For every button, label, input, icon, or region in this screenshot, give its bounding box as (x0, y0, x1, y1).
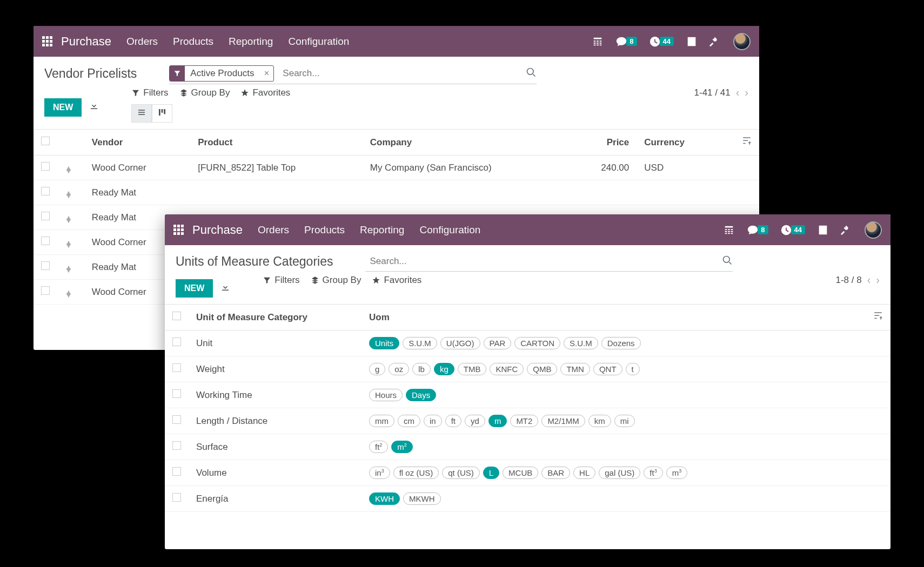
row-checkbox[interactable] (41, 212, 50, 220)
download-icon[interactable] (89, 101, 99, 113)
uom-chip[interactable]: TMN (560, 363, 590, 375)
uom-chip[interactable]: L (483, 467, 499, 479)
uom-chip[interactable]: MKWH (403, 492, 441, 505)
row-checkbox[interactable] (172, 389, 181, 398)
row-checkbox[interactable] (172, 363, 181, 372)
groupby-button[interactable]: Group By (179, 87, 230, 98)
uom-chip[interactable]: Dozens (601, 337, 641, 349)
debug-icon[interactable] (709, 36, 721, 48)
phone-icon[interactable] (723, 224, 735, 236)
uom-chip[interactable]: HL (573, 467, 595, 479)
company-icon[interactable] (686, 36, 698, 48)
table-row[interactable]: Surfaceft2m2 (165, 434, 890, 460)
drag-handle-icon[interactable]: ▲▼ (65, 241, 72, 247)
uom-chip[interactable]: cm (398, 415, 420, 427)
uom-chip[interactable]: KWH (369, 492, 400, 505)
row-checkbox[interactable] (172, 441, 181, 450)
uom-chip[interactable]: S.U.M (403, 337, 437, 349)
table-row[interactable]: Working TimeHoursDays (165, 382, 890, 408)
table-row[interactable]: Length / DistancemmcminftydmMT2M2/1MMkmm… (165, 408, 890, 434)
uom-chip[interactable]: oz (389, 363, 409, 375)
row-checkbox[interactable] (41, 261, 50, 270)
groupby-button[interactable]: Group By (311, 275, 361, 286)
col-uom[interactable]: Uom (361, 305, 854, 330)
table-row[interactable]: UnitUnitsS.U.MU(JGO)PARCARTONS.U.MDozens (165, 330, 890, 356)
uom-chip[interactable]: lb (412, 363, 431, 375)
nav-configuration[interactable]: Configuration (288, 36, 349, 48)
uom-chip[interactable]: g (369, 363, 385, 375)
uom-chip[interactable]: qt (US) (442, 467, 480, 479)
nav-orders[interactable]: Orders (126, 36, 158, 48)
uom-chip[interactable]: yd (465, 415, 485, 427)
uom-chip[interactable]: in (424, 415, 442, 427)
view-list-icon[interactable] (131, 104, 152, 123)
drag-handle-icon[interactable]: ▲▼ (65, 192, 72, 197)
uom-chip[interactable]: MCUB (503, 467, 538, 479)
col-company[interactable]: Company (363, 130, 571, 156)
search-icon[interactable] (526, 67, 537, 80)
drag-handle-icon[interactable]: ▲▼ (65, 291, 72, 296)
row-checkbox[interactable] (41, 237, 50, 245)
messages-button[interactable]: 8 (615, 36, 637, 48)
select-all-checkbox[interactable] (41, 137, 50, 145)
pager-prev[interactable]: ‹ (736, 86, 740, 99)
row-checkbox[interactable] (41, 162, 50, 171)
table-row[interactable]: EnergíaKWHMKWH (165, 486, 890, 512)
col-product[interactable]: Product (190, 130, 362, 156)
uom-chip[interactable]: Hours (369, 389, 403, 401)
search-icon[interactable] (722, 255, 733, 268)
nav-orders[interactable]: Orders (258, 224, 289, 236)
nav-reporting[interactable]: Reporting (229, 36, 273, 48)
uom-chip[interactable]: km (588, 415, 611, 427)
uom-chip[interactable]: BAR (541, 467, 570, 479)
uom-chip[interactable]: gal (US) (599, 467, 640, 479)
app-name[interactable]: Purchase (192, 223, 243, 237)
new-button[interactable]: NEW (176, 279, 213, 298)
favorites-button[interactable]: Favorites (240, 87, 290, 98)
company-icon[interactable] (817, 224, 829, 236)
app-name[interactable]: Purchase (61, 35, 111, 49)
uom-chip[interactable]: mi (614, 415, 635, 427)
table-row[interactable]: Volumein3fl oz (US)qt (US)LMCUBBARHLgal … (165, 460, 890, 486)
nav-products[interactable]: Products (304, 224, 345, 236)
view-kanban-icon[interactable] (152, 104, 172, 123)
new-button[interactable]: NEW (44, 98, 82, 117)
columns-settings-icon[interactable] (873, 313, 883, 323)
uom-chip[interactable]: ft2 (369, 441, 388, 453)
facet-remove[interactable]: × (259, 68, 273, 79)
uom-chip[interactable]: MT2 (510, 415, 538, 427)
nav-reporting[interactable]: Reporting (360, 224, 404, 236)
download-icon[interactable] (220, 282, 230, 295)
uom-chip[interactable]: CARTON (514, 337, 560, 349)
phone-icon[interactable] (592, 36, 604, 48)
uom-chip[interactable]: mm (369, 415, 394, 427)
uom-chip[interactable]: Days (406, 389, 436, 401)
uom-chip[interactable]: ft3 (644, 467, 662, 479)
uom-chip[interactable]: in3 (369, 467, 390, 479)
col-price[interactable]: Price (571, 130, 637, 156)
search-input[interactable] (278, 66, 526, 81)
messages-button[interactable]: 8 (747, 224, 768, 236)
col-currency[interactable]: Currency (637, 130, 721, 156)
activities-button[interactable]: 44 (649, 36, 674, 48)
row-checkbox[interactable] (172, 415, 181, 424)
uom-chip[interactable]: QNT (593, 363, 622, 375)
drag-handle-icon[interactable]: ▲▼ (65, 266, 72, 272)
filters-button[interactable]: Filters (263, 275, 299, 286)
filters-button[interactable]: Filters (131, 87, 168, 98)
uom-chip[interactable]: m3 (666, 467, 688, 479)
row-checkbox[interactable] (172, 338, 181, 346)
pager-next[interactable]: › (745, 86, 748, 99)
user-avatar[interactable] (733, 33, 751, 50)
uom-chip[interactable]: PAR (484, 337, 512, 349)
uom-chip[interactable]: m (488, 415, 507, 427)
uom-chip[interactable]: U(JGO) (440, 337, 480, 349)
apps-grid-icon[interactable] (42, 36, 52, 46)
nav-products[interactable]: Products (173, 36, 213, 48)
debug-icon[interactable] (841, 224, 853, 236)
select-all-checkbox[interactable] (172, 312, 181, 320)
uom-chip[interactable]: t (626, 363, 640, 375)
nav-configuration[interactable]: Configuration (419, 224, 480, 236)
row-checkbox[interactable] (41, 286, 50, 295)
activities-button[interactable]: 44 (780, 224, 805, 236)
